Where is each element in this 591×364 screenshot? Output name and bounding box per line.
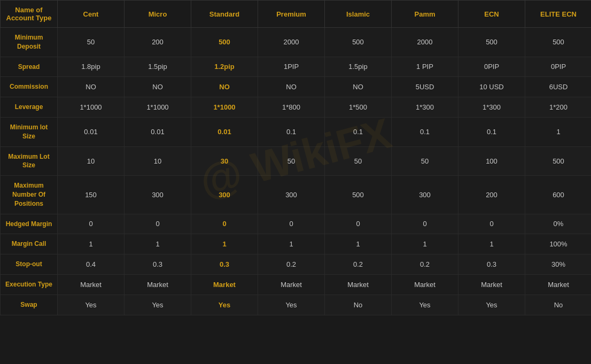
cell-r9-c4: 0.2 [325,254,392,275]
cell-r2-c6: 10 USD [458,77,525,97]
cell-r7-c4: 0 [325,214,392,234]
cell-r4-c5: 0.1 [392,117,458,146]
cell-r3-c2: 1*1000 [191,97,258,118]
row-label-2: Commission [1,77,58,97]
cell-r9-c2: 0.3 [191,254,258,275]
cell-r2-c0: NO [58,77,125,97]
cell-r5-c3: 50 [258,146,325,176]
cell-r2-c3: NO [258,77,325,97]
cell-r9-c6: 0.3 [458,254,525,275]
cell-r10-c2: Market [191,274,258,295]
row-label-1: Spread [1,57,58,77]
header-cent: Cent [58,1,125,28]
table-row: Hedged Margin00000000% [1,214,592,234]
cell-r6-c3: 300 [258,176,325,214]
row-label-8: Margin Call [1,234,58,254]
cell-r10-c3: Market [258,274,325,295]
cell-r8-c1: 1 [125,234,191,254]
cell-r5-c7: 500 [525,146,592,176]
cell-r5-c4: 50 [325,146,392,176]
cell-r8-c7: 100% [525,234,592,254]
cell-r1-c4: 1.5pip [325,57,392,77]
cell-r2-c4: NO [325,77,392,97]
table-row: Execution TypeMarketMarketMarketMarketMa… [1,274,592,295]
row-label-3: Leverage [1,97,58,118]
cell-r6-c4: 500 [325,176,392,214]
cell-r3-c4: 1*500 [325,97,392,118]
cell-r1-c2: 1.2pip [191,57,258,77]
cell-r6-c1: 300 [125,176,191,214]
cell-r1-c6: 0PIP [458,57,525,77]
cell-r0-c1: 200 [125,28,191,57]
cell-r3-c5: 1*300 [392,97,458,118]
cell-r7-c2: 0 [191,214,258,234]
cell-r10-c4: Market [325,274,392,295]
cell-r11-c5: Yes [392,295,458,315]
account-comparison-table: @ WikiFX Name of Account Type Cent Micro… [0,0,591,315]
cell-r11-c3: Yes [258,295,325,315]
cell-r4-c3: 0.1 [258,117,325,146]
cell-r6-c7: 600 [525,176,592,214]
cell-r3-c1: 1*1000 [125,97,191,118]
cell-r0-c4: 500 [325,28,392,57]
cell-r4-c0: 0.01 [58,117,125,146]
table-row: Margin Call1111111100% [1,234,592,254]
table-row: Maximum Number Of Positions1503003003005… [1,176,592,214]
cell-r0-c7: 500 [525,28,592,57]
cell-r4-c7: 1 [525,117,592,146]
cell-r5-c0: 10 [58,146,125,176]
cell-r7-c7: 0% [525,214,592,234]
cell-r4-c2: 0.01 [191,117,258,146]
cell-r8-c5: 1 [392,234,458,254]
cell-r2-c5: 5USD [392,77,458,97]
table-row: Leverage1*10001*10001*10001*8001*5001*30… [1,97,592,118]
cell-r0-c0: 50 [58,28,125,57]
row-label-10: Execution Type [1,274,58,295]
header-standard: Standard [191,1,258,28]
table-row: CommissionNONONONONO5USD10 USD6USD [1,77,592,97]
cell-r9-c7: 30% [525,254,592,275]
cell-r2-c2: NO [191,77,258,97]
table-row: Spread1.8pip1.5pip1.2pip1PIP1.5pip1 PIP0… [1,57,592,77]
cell-r2-c1: NO [125,77,191,97]
cell-r11-c4: No [325,295,392,315]
header-row: Name of Account Type Cent Micro Standard… [1,1,592,28]
cell-r10-c1: Market [125,274,191,295]
cell-r11-c1: Yes [125,295,191,315]
cell-r2-c7: 6USD [525,77,592,97]
cell-r7-c3: 0 [258,214,325,234]
cell-r5-c1: 10 [125,146,191,176]
cell-r9-c3: 0.2 [258,254,325,275]
cell-r0-c5: 2000 [392,28,458,57]
cell-r6-c6: 200 [458,176,525,214]
header-micro: Micro [125,1,191,28]
cell-r3-c7: 1*200 [525,97,592,118]
cell-r7-c0: 0 [58,214,125,234]
row-label-5: Maximum Lot Size [1,146,58,176]
table-row: Minimum lot Size0.010.010.010.10.10.10.1… [1,117,592,146]
cell-r3-c3: 1*800 [258,97,325,118]
cell-r6-c5: 300 [392,176,458,214]
cell-r10-c5: Market [392,274,458,295]
cell-r1-c1: 1.5pip [125,57,191,77]
table-row: SwapYesYesYesYesNoYesYesNo [1,295,592,315]
table-row: Stop-out0.40.30.30.20.20.20.330% [1,254,592,275]
cell-r8-c3: 1 [258,234,325,254]
cell-r4-c4: 0.1 [325,117,392,146]
row-label-0: Minimum Deposit [1,28,58,57]
cell-r10-c7: Market [525,274,592,295]
cell-r4-c1: 0.01 [125,117,191,146]
cell-r11-c6: Yes [458,295,525,315]
cell-r9-c0: 0.4 [58,254,125,275]
cell-r7-c1: 0 [125,214,191,234]
cell-r1-c3: 1PIP [258,57,325,77]
row-label-7: Hedged Margin [1,214,58,234]
cell-r3-c0: 1*1000 [58,97,125,118]
cell-r0-c2: 500 [191,28,258,57]
cell-r7-c5: 0 [392,214,458,234]
cell-r6-c2: 300 [191,176,258,214]
table-row: Minimum Deposit5020050020005002000500500 [1,28,592,57]
cell-r6-c0: 150 [58,176,125,214]
cell-r11-c2: Yes [191,295,258,315]
cell-r5-c5: 50 [392,146,458,176]
